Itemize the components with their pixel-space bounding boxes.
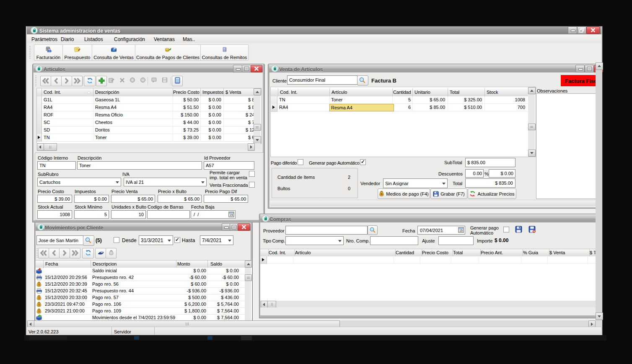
- svg-text:8: 8: [38, 303, 40, 306]
- svg-text:15: 15: [459, 229, 463, 232]
- svg-text:15: 15: [230, 214, 233, 217]
- svg-text:8: 8: [38, 297, 40, 299]
- svg-text:8: 8: [38, 283, 40, 286]
- svg-text:B: B: [381, 193, 383, 196]
- svg-text:8: 8: [38, 310, 40, 313]
